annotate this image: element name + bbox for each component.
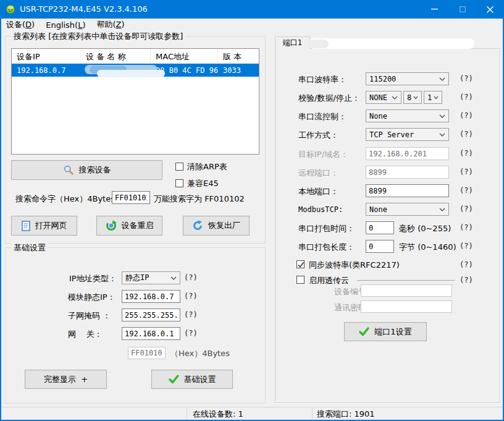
remote-port-label: 远程端口： xyxy=(298,168,338,179)
clear-arp-label: 清除ARP表 xyxy=(187,161,227,172)
censored-area-tint xyxy=(308,40,329,48)
baud-rate-help[interactable]: (?) xyxy=(460,74,473,83)
work-mode-help[interactable]: (?) xyxy=(460,130,473,138)
subnet-mask-input[interactable] xyxy=(122,308,180,321)
title-bar: USR-TCP232-M4,E45 V2.3.4.106 xyxy=(0,0,504,19)
port1-apply-button[interactable]: 端口1设置 xyxy=(344,322,427,341)
col-version[interactable]: 版 本 xyxy=(218,49,259,63)
ip-type-help[interactable]: (?) xyxy=(184,273,198,282)
minimize-button[interactable] xyxy=(421,0,448,19)
check-icon xyxy=(169,375,179,384)
data-bits-select[interactable]: 8 xyxy=(403,91,422,104)
hex-cmd-display xyxy=(128,347,166,359)
search-cmd-label: 搜索命令字（Hex）4Bytes xyxy=(15,193,115,205)
checkmark-icon xyxy=(297,261,305,269)
cloud-help[interactable]: (?) xyxy=(460,276,473,284)
device-table: 设备IP 设 备 名 称 MAC地址 版 本 192.168.0.7 D8 B0… xyxy=(11,48,259,155)
stop-bits-value: 1 xyxy=(424,93,434,102)
menu-device-post: ) xyxy=(32,20,35,29)
full-display-button[interactable]: 完整显示 + xyxy=(25,370,107,389)
maximize-icon xyxy=(460,6,466,12)
stop-bits-select[interactable]: 1 xyxy=(424,91,442,104)
flow-control-help[interactable]: (?) xyxy=(460,111,473,120)
pack-length-input[interactable] xyxy=(366,240,394,253)
port1-apply-label: 端口1设置 xyxy=(374,326,411,338)
static-ip-help[interactable]: (?) xyxy=(184,292,198,300)
search-cmd-hint: 万能搜索字为 FF010102 xyxy=(154,193,245,205)
chevron-down-icon xyxy=(413,96,418,100)
chevron-down-icon xyxy=(439,77,445,81)
ip-type-select[interactable]: 静态IP xyxy=(122,271,180,284)
menu-english[interactable]: English(L) xyxy=(41,19,91,32)
baud-rate-select[interactable]: 115200 xyxy=(366,72,449,85)
work-mode-value: TCP Server xyxy=(366,130,439,139)
device-version-cell: 3033 xyxy=(218,66,259,75)
pack-time-help[interactable]: (?) xyxy=(460,223,473,232)
dest-ip-help[interactable]: (?) xyxy=(460,149,473,158)
clear-arp-checkbox[interactable] xyxy=(175,163,183,171)
menu-english-pre: English( xyxy=(46,20,78,30)
close-button[interactable] xyxy=(476,0,504,19)
local-port-input[interactable] xyxy=(366,184,449,197)
close-icon xyxy=(487,6,494,13)
cloud-label: 启用透传云 xyxy=(309,275,349,286)
hex-cmd-label: （Hex）4Bytes xyxy=(170,348,230,359)
cloud-checkbox[interactable] xyxy=(296,276,304,284)
col-mac[interactable]: MAC地址 xyxy=(151,49,218,63)
modbus-help[interactable]: (?) xyxy=(460,205,473,213)
device-ip-cell: 192.168.0.7 xyxy=(12,66,81,75)
app-icon xyxy=(6,4,15,14)
open-webpage-button[interactable]: 打开网页 xyxy=(11,216,77,236)
sync-baud-checkbox[interactable] xyxy=(296,260,304,268)
tab-port1[interactable]: 端口1 xyxy=(275,36,310,49)
local-port-help[interactable]: (?) xyxy=(460,186,473,195)
factory-reset-label: 恢复出厂 xyxy=(208,220,240,231)
ip-type-label: IP地址类型： xyxy=(69,273,117,284)
parity-data-stop-label: 校验/数据/停止： xyxy=(298,93,360,104)
dest-ip-label: 目标IP/域名： xyxy=(298,149,348,160)
device-restart-label: 设备重启 xyxy=(122,220,154,231)
status-search-port: 搜索端口: 1901 xyxy=(317,409,375,420)
status-divider-2 xyxy=(312,408,313,419)
pack-length-label: 串口打包长度： xyxy=(298,242,355,253)
pack-length-help[interactable]: (?) xyxy=(460,242,473,250)
flow-control-select[interactable]: None xyxy=(366,109,449,122)
gateway-help[interactable]: (?) xyxy=(184,329,198,338)
pack-time-input[interactable] xyxy=(366,221,394,234)
censored-device-name-smear xyxy=(97,70,165,77)
device-restart-button[interactable]: 设备重启 xyxy=(96,216,162,236)
subnet-mask-help[interactable]: (?) xyxy=(184,310,198,319)
local-port-label: 本地端口： xyxy=(298,186,338,197)
menu-english-post: ) xyxy=(82,20,85,30)
gateway-input[interactable] xyxy=(122,327,180,340)
modbus-value: None xyxy=(366,205,439,214)
modbus-select[interactable]: None xyxy=(366,203,449,216)
compat-e45-checkbox[interactable] xyxy=(175,179,183,187)
work-mode-select[interactable]: TCP Server xyxy=(366,128,449,141)
remote-port-help[interactable]: (?) xyxy=(460,168,473,176)
restart-icon xyxy=(106,220,117,231)
factory-reset-button[interactable]: 恢复出厂 xyxy=(183,216,250,236)
chevron-down-icon xyxy=(439,133,445,137)
flow-control-label: 串口流控制： xyxy=(298,111,346,122)
dest-ip-input xyxy=(366,147,449,160)
menu-help[interactable]: 帮助(Z) xyxy=(92,18,131,32)
flow-control-value: None xyxy=(366,112,439,121)
modbus-label: ModbusTCP: xyxy=(298,205,343,214)
basic-settings-apply-button[interactable]: 基础设置 xyxy=(151,370,233,389)
minimize-icon xyxy=(431,9,438,10)
device-row[interactable]: 192.168.0.7 D8 B0 4C FD 96 A8 3033 xyxy=(12,64,259,77)
col-device-name[interactable]: 设 备 名 称 xyxy=(81,49,151,63)
window-title: USR-TCP232-M4,E45 V2.3.4.106 xyxy=(20,4,148,14)
menu-device[interactable]: 设备(D) xyxy=(1,18,41,32)
chevron-down-icon xyxy=(434,96,439,100)
static-ip-input[interactable] xyxy=(122,290,180,303)
parity-select[interactable]: NONE xyxy=(366,91,401,104)
chevron-down-icon xyxy=(392,96,398,100)
sync-baud-help[interactable]: (?) xyxy=(460,260,473,269)
search-cmd-input[interactable] xyxy=(112,191,150,204)
search-device-button[interactable]: 搜索设备 xyxy=(11,160,162,180)
maximize-button[interactable] xyxy=(448,0,476,19)
col-device-ip[interactable]: 设备IP xyxy=(12,49,81,63)
parity-help[interactable]: (?) xyxy=(460,93,473,101)
